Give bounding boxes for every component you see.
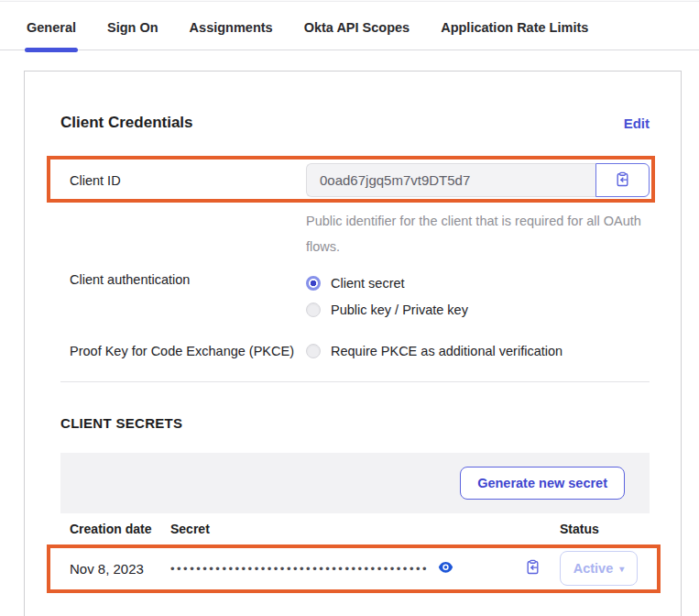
clipboard-copy-icon xyxy=(525,559,541,578)
copy-secret-button[interactable] xyxy=(525,559,541,578)
client-id-value-field[interactable]: 0oad67jgq5m7vt9DT5d7 xyxy=(306,163,595,197)
client-id-row: Client ID 0oad67jgq5m7vt9DT5d7 xyxy=(60,163,650,197)
client-id-input-group: 0oad67jgq5m7vt9DT5d7 xyxy=(306,163,650,197)
clipboard-copy-icon xyxy=(615,171,630,190)
secret-creation-date: Nov 8, 2023 xyxy=(60,561,170,577)
client-id-help-text: Public identifier for the client that is… xyxy=(306,208,647,259)
copy-client-id-button[interactable] xyxy=(595,163,650,197)
chevron-down-icon: ▾ xyxy=(619,564,624,574)
client-authentication-row: Client authentication Client secret Publ… xyxy=(60,272,650,320)
radio-unselected-icon[interactable] xyxy=(306,302,321,317)
radio-option-label: Client secret xyxy=(331,276,405,291)
table-header-row: Creation date Secret Status xyxy=(60,513,650,545)
client-secrets-table: Generate new secret Creation date Secret… xyxy=(60,453,650,591)
tab-assignments[interactable]: Assignments xyxy=(188,20,275,50)
eye-icon xyxy=(438,561,453,577)
client-authentication-label: Client authentication xyxy=(60,272,306,287)
pkce-option[interactable]: Require PKCE as additional verification xyxy=(306,340,562,361)
pkce-checkbox[interactable] xyxy=(306,344,321,358)
client-secrets-toolbar: Generate new secret xyxy=(60,453,650,513)
secret-value-cell: •••••••••••••••••••••••••••••••••••••••• xyxy=(170,561,505,577)
column-header-status: Status xyxy=(560,522,650,536)
radio-option-client-secret[interactable]: Client secret xyxy=(306,272,468,293)
tab-sign-on[interactable]: Sign On xyxy=(105,20,160,50)
pkce-option-label: Require PKCE as additional verification xyxy=(331,344,562,358)
secret-copy-cell xyxy=(505,559,560,578)
client-authentication-options: Client secret Public key / Private key xyxy=(306,272,468,320)
masked-secret-value: •••••••••••••••••••••••••••••••••••••••• xyxy=(170,562,429,576)
pkce-row: Proof Key for Code Exchange (PKCE) Requi… xyxy=(60,340,650,361)
radio-option-label: Public key / Private key xyxy=(331,302,468,317)
edit-link[interactable]: Edit xyxy=(624,116,650,131)
generate-new-secret-button[interactable]: Generate new secret xyxy=(460,467,625,500)
app-tab-bar: General Sign On Assignments Okta API Sco… xyxy=(0,2,699,50)
reveal-secret-button[interactable] xyxy=(438,561,453,577)
column-header-secret: Secret xyxy=(170,522,560,536)
tab-application-rate-limits[interactable]: Application Rate Limits xyxy=(439,20,590,50)
status-dropdown-button[interactable]: Active ▾ xyxy=(560,551,638,586)
client-id-label: Client ID xyxy=(60,173,306,188)
column-header-creation-date: Creation date xyxy=(60,522,170,536)
client-secrets-heading: CLIENT SECRETS xyxy=(60,415,650,431)
section-divider xyxy=(60,381,650,382)
tab-general[interactable]: General xyxy=(25,20,78,50)
secret-table-row: Nov 8, 2023 ••••••••••••••••••••••••••••… xyxy=(60,545,650,591)
radio-selected-icon[interactable] xyxy=(306,276,321,291)
status-dropdown-label: Active xyxy=(573,561,614,576)
panel-header: Client Credentials Edit xyxy=(60,114,650,132)
radio-option-public-private-key[interactable]: Public key / Private key xyxy=(306,299,468,320)
secret-status-cell: Active ▾ xyxy=(560,551,650,586)
panel-title: Client Credentials xyxy=(60,114,193,132)
client-credentials-card: Client Credentials Edit Client ID 0oad67… xyxy=(24,71,682,616)
pkce-label: Proof Key for Code Exchange (PKCE) xyxy=(60,344,306,358)
tab-okta-api-scopes[interactable]: Okta API Scopes xyxy=(302,20,412,50)
